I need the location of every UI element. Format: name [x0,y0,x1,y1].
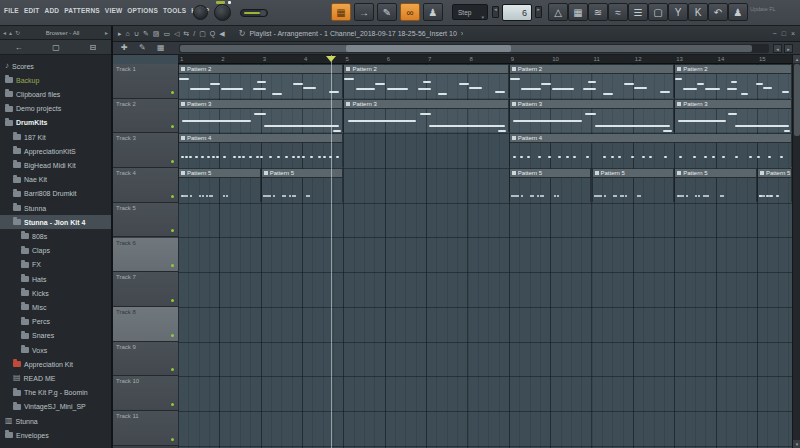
detach-icon[interactable]: ▸ [118,27,122,41]
select-icon[interactable]: ▢ [199,27,206,41]
slip-icon[interactable]: ⇆ [183,27,189,41]
vertical-scrollbar-thumb[interactable] [794,64,800,136]
browser-up-icon[interactable]: ▴ [9,29,12,36]
browser-item[interactable]: Nae Kit [0,173,111,187]
pencil-icon[interactable]: ✎ [139,43,146,52]
clip-titlebar[interactable]: Pattern 3 [179,100,342,109]
track-enable-led[interactable] [171,91,174,94]
link-button[interactable]: ∞ [400,3,420,21]
document-button[interactable]: ▢ [648,3,668,21]
horizontal-scrollbar-thumb[interactable] [180,45,752,52]
browser-item[interactable]: 808s [0,229,111,243]
clip-titlebar[interactable]: Pattern 5 [675,169,756,178]
browser-back-icon[interactable]: ← [15,43,23,52]
tuning-fork-button[interactable]: Y [668,3,688,21]
browser-item[interactable]: ▤READ ME [0,371,111,385]
pattern-clip[interactable]: Pattern 2 [178,65,343,98]
track-header[interactable]: Track 9 [113,342,178,377]
clip-titlebar[interactable]: Pattern 4 [179,134,342,143]
pattern-clip[interactable]: Pattern 5 [509,169,592,202]
browser-item[interactable]: Hats [0,272,111,286]
track-enable-led[interactable] [171,368,174,371]
browser-item[interactable]: The Kit P.g - Boomin [0,386,111,400]
clip-titlebar[interactable]: Pattern 2 [675,65,791,74]
arrangement-picker-icon[interactable]: ↻ [239,29,246,38]
undo-button[interactable]: ↶ [708,3,728,21]
track-enable-led[interactable] [171,334,174,337]
browser-item[interactable]: Percs [0,315,111,329]
menu-tools[interactable]: TOOLS [163,7,186,14]
pattern-clip[interactable]: Pattern 5 [757,169,792,202]
pattern-minus-button[interactable]: ◂ [492,6,499,18]
pattern-clip[interactable]: Pattern 2 [509,65,674,98]
menu-options[interactable]: OPTIONS [127,7,158,14]
browser-item[interactable]: Voxs [0,343,111,357]
browser-item[interactable]: Backup [0,73,111,87]
track-enable-led[interactable] [171,403,174,406]
pattern-clip[interactable]: Pattern 2 [674,65,792,98]
track-enable-led[interactable] [171,264,174,267]
pattern-clip[interactable]: Pattern 3 [178,100,343,133]
zoom-icon[interactable]: Q [210,27,215,41]
browser-item[interactable]: Clipboard files [0,87,111,101]
browser-item[interactable]: Misc [0,300,111,314]
main-pitch-knob[interactable] [214,4,231,21]
update-notice[interactable]: Update FL [750,6,796,13]
browser-item[interactable]: FX [0,258,111,272]
user-record-button[interactable]: ♟ [423,3,443,21]
pattern-clip[interactable]: Pattern 5 [674,169,757,202]
playback-icon[interactable]: ◀ [219,27,224,41]
browser-next-icon[interactable]: ▸ [105,29,108,36]
wave-button[interactable]: ≈ [608,3,628,21]
browser-item[interactable]: Appreciation Kit [0,357,111,371]
scroll-up-button[interactable]: ▴ [793,55,800,63]
playlist-titlebar[interactable]: ▸⌂∪✎▨▭◁⇆/▢Q◀ ↻ Playlist - Arrangement - … [113,26,800,42]
slice-icon[interactable]: / [193,27,195,41]
draw-icon[interactable]: ✎ [143,27,149,41]
magnet-icon[interactable]: ∪ [134,27,139,41]
walking-button[interactable]: K [688,3,708,21]
track-header[interactable]: Track 1 [113,64,178,99]
clip-titlebar[interactable]: Pattern 4 [510,134,791,143]
track-enable-led[interactable] [171,438,174,441]
user-button[interactable]: ♟ [728,3,748,21]
snap-selector[interactable]: Step ▾ [452,4,488,20]
clip-titlebar[interactable]: Pattern 5 [593,169,674,178]
browser-item[interactable]: Barri808 Drumkit [0,187,111,201]
browser-item[interactable]: Demo projects [0,102,111,116]
track-enable-led[interactable] [171,195,174,198]
pattern-plus-button[interactable]: ▸ [535,6,542,18]
chevron-right-icon[interactable]: › [461,29,464,38]
track-header[interactable]: Track 10 [113,376,178,411]
scroll-down-button[interactable]: ▾ [793,440,800,448]
draw-mode-button[interactable]: ✎ [377,3,397,21]
vertical-scrollbar[interactable]: ▴ ▾ [792,55,800,448]
browser-item[interactable]: Stunna [0,201,111,215]
menu-edit[interactable]: EDIT [24,7,40,14]
playlist-grid[interactable]: Pattern 2Pattern 2Pattern 2Pattern 2Patt… [178,64,792,448]
clip-titlebar[interactable]: Pattern 5 [758,169,791,178]
track-enable-led[interactable] [171,299,174,302]
pattern-clip[interactable]: Pattern 3 [343,100,508,133]
pattern-clip[interactable]: Pattern 5 [592,169,675,202]
browser-item[interactable]: 187 Kit [0,130,111,144]
browser-item[interactable]: DrumKits [0,116,111,130]
track-header[interactable]: Track 3 [113,133,178,168]
metronome-button[interactable]: △ [548,3,568,21]
track-header[interactable]: Track 5 [113,203,178,238]
browser-item[interactable]: Kicks [0,286,111,300]
scroll-right-button[interactable]: ▸ [784,44,793,53]
pattern-clip[interactable]: Pattern 4 [178,134,343,167]
track-enable-led[interactable] [171,125,174,128]
clip-titlebar[interactable]: Pattern 3 [344,100,507,109]
scroll-left-button[interactable]: ◂ [773,44,782,53]
master-slider[interactable] [240,9,268,17]
timeline-ruler[interactable]: 123456789101112131415 [178,55,792,64]
browser-item[interactable]: ▥Stunna [0,414,111,428]
browser-item[interactable]: AppreciationKitS [0,144,111,158]
maximize-button[interactable]: □ [782,30,786,37]
clip-titlebar[interactable]: Pattern 5 [510,169,591,178]
track-header[interactable]: Track 7 [113,272,178,307]
browser-item[interactable]: ♪Scores [0,59,111,73]
clip-titlebar[interactable]: Pattern 3 [675,100,791,109]
